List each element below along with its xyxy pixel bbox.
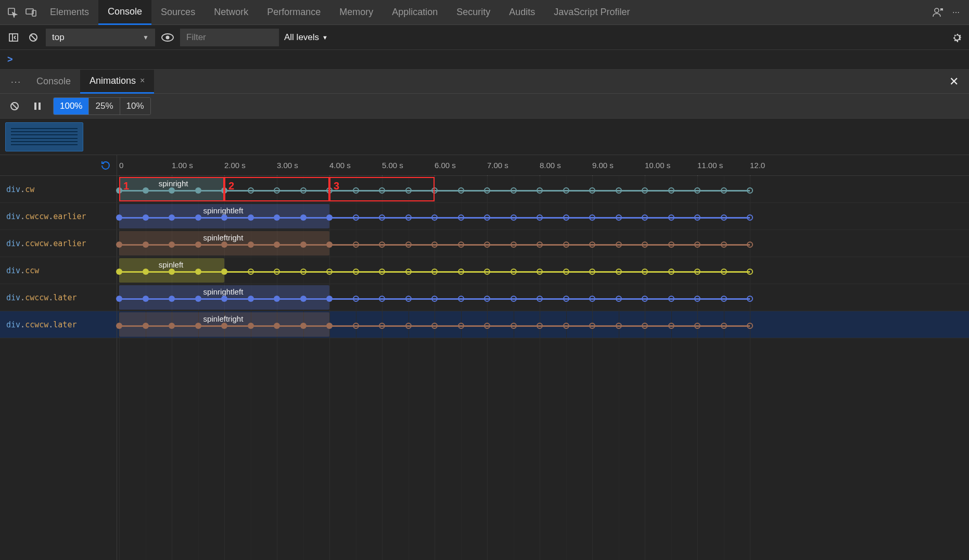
keyframe-marker[interactable]	[563, 241, 569, 248]
keyframe-marker[interactable]	[195, 187, 201, 194]
keyframe-marker[interactable]	[458, 269, 464, 275]
keyframe-marker[interactable]	[458, 323, 464, 329]
keyframe-marker[interactable]	[616, 214, 622, 221]
keyframe-marker[interactable]	[169, 241, 175, 248]
keyframe-marker[interactable]	[694, 241, 700, 248]
drawer-tab-animations[interactable]: Animations×	[80, 70, 154, 94]
keyframe-marker[interactable]	[511, 296, 517, 302]
keyframe-marker[interactable]	[431, 241, 438, 248]
keyframe-marker[interactable]	[274, 241, 280, 248]
keyframe-marker[interactable]	[405, 323, 412, 329]
keyframe-marker[interactable]	[616, 241, 622, 248]
keyframe-marker[interactable]	[431, 296, 438, 302]
clear-console-icon[interactable]	[26, 30, 41, 45]
keyframe-marker[interactable]	[431, 187, 438, 194]
keyframe-marker[interactable]	[747, 269, 753, 275]
keyframe-marker[interactable]	[721, 214, 727, 221]
keyframe-marker[interactable]	[405, 296, 412, 302]
keyframe-marker[interactable]	[563, 187, 569, 194]
keyframe-marker[interactable]	[221, 241, 227, 248]
keyframe-marker[interactable]	[379, 241, 385, 248]
keyframe-marker[interactable]	[616, 269, 622, 275]
keyframe-marker[interactable]	[405, 214, 412, 221]
keyframe-marker[interactable]	[300, 241, 307, 248]
device-toggle-icon[interactable]	[22, 3, 41, 22]
keyframe-marker[interactable]	[431, 214, 438, 221]
keyframe-marker[interactable]	[274, 323, 280, 329]
keyframe-marker[interactable]	[721, 269, 727, 275]
tab-application[interactable]: Application	[382, 0, 447, 25]
keyframe-marker[interactable]	[379, 296, 385, 302]
keyframe-marker[interactable]	[353, 269, 359, 275]
keyframe-marker[interactable]	[300, 187, 307, 194]
log-levels-selector[interactable]: All levels ▼	[284, 32, 328, 43]
keyframe-marker[interactable]	[668, 214, 674, 221]
keyframe-marker[interactable]	[537, 187, 543, 194]
speed-10[interactable]: 10%	[120, 98, 150, 114]
animation-track[interactable]: div.ccwspinleft	[0, 257, 969, 284]
keyframe-marker[interactable]	[589, 269, 595, 275]
filter-input[interactable]: Filter	[180, 29, 279, 46]
keyframe-marker[interactable]	[379, 214, 385, 221]
keyframe-marker[interactable]	[221, 296, 227, 302]
keyframe-marker[interactable]	[300, 214, 307, 221]
keyframe-marker[interactable]	[248, 241, 254, 248]
keyframe-marker[interactable]	[616, 323, 622, 329]
animation-group-thumbnail[interactable]	[5, 122, 83, 151]
keyframe-marker[interactable]	[589, 323, 595, 329]
keyframe-marker[interactable]	[694, 214, 700, 221]
keyframe-marker[interactable]	[300, 323, 307, 329]
keyframe-marker[interactable]	[405, 269, 412, 275]
keyframe-marker[interactable]	[274, 296, 280, 302]
keyframe-marker[interactable]	[195, 241, 201, 248]
keyframe-marker[interactable]	[248, 296, 254, 302]
keyframe-marker[interactable]	[589, 241, 595, 248]
keyframe-marker[interactable]	[537, 296, 543, 302]
tab-audits[interactable]: Audits	[500, 0, 544, 25]
animation-track[interactable]: div.cwspinright123	[0, 176, 969, 203]
keyframe-marker[interactable]	[326, 241, 333, 248]
keyframe-marker[interactable]	[169, 296, 175, 302]
tab-performance[interactable]: Performance	[258, 0, 330, 25]
keyframe-marker[interactable]	[563, 214, 569, 221]
keyframe-marker[interactable]	[116, 187, 122, 194]
keyframe-marker[interactable]	[458, 296, 464, 302]
keyframe-marker[interactable]	[511, 187, 517, 194]
keyframe-marker[interactable]	[721, 187, 727, 194]
keyframe-marker[interactable]	[484, 323, 490, 329]
keyframe-marker[interactable]	[694, 323, 700, 329]
drawer-tab-console[interactable]: Console	[27, 70, 80, 94]
close-drawer-icon[interactable]: ✕	[943, 75, 965, 88]
keyframe-marker[interactable]	[747, 296, 753, 302]
more-icon[interactable]: ⋯	[947, 3, 966, 22]
keyframe-marker[interactable]	[537, 323, 543, 329]
keyframe-marker[interactable]	[221, 214, 227, 221]
keyframe-marker[interactable]	[116, 269, 122, 275]
keyframe-marker[interactable]	[563, 296, 569, 302]
inspect-icon[interactable]	[3, 3, 22, 22]
keyframe-marker[interactable]	[458, 214, 464, 221]
animation-track[interactable]: div.ccwcw.earlierspinleftright	[0, 230, 969, 257]
keyframe-marker[interactable]	[143, 323, 149, 329]
tab-elements[interactable]: Elements	[41, 0, 98, 25]
keyframe-marker[interactable]	[143, 214, 149, 221]
keyframe-marker[interactable]	[694, 187, 700, 194]
animation-track[interactable]: div.ccwcw.laterspinleftright	[0, 311, 969, 338]
keyframe-marker[interactable]	[747, 323, 753, 329]
keyframe-marker[interactable]	[353, 323, 359, 329]
toggle-sidebar-icon[interactable]	[6, 30, 21, 45]
keyframe-marker[interactable]	[116, 296, 122, 302]
keyframe-marker[interactable]	[300, 296, 307, 302]
keyframe-marker[interactable]	[274, 269, 280, 275]
tab-sources[interactable]: Sources	[151, 0, 205, 25]
keyframe-marker[interactable]	[484, 214, 490, 221]
keyframe-marker[interactable]	[326, 187, 333, 194]
keyframe-marker[interactable]	[642, 269, 648, 275]
keyframe-marker[interactable]	[458, 241, 464, 248]
keyframe-marker[interactable]	[721, 241, 727, 248]
keyframe-marker[interactable]	[668, 323, 674, 329]
keyframe-marker[interactable]	[195, 269, 201, 275]
tab-memory[interactable]: Memory	[330, 0, 382, 25]
keyframe-marker[interactable]	[537, 269, 543, 275]
keyframe-marker[interactable]	[274, 214, 280, 221]
